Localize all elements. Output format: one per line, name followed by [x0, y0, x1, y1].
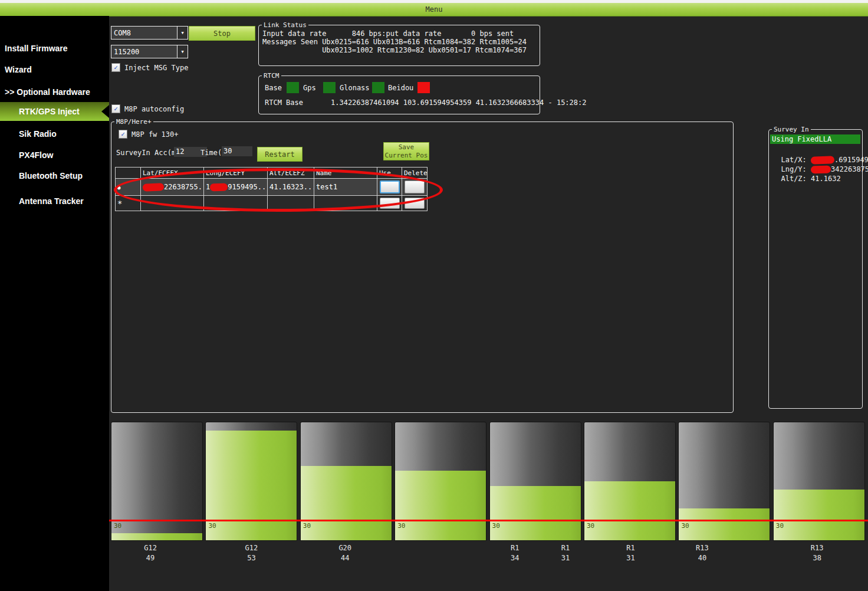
sat-bar: 30 [678, 422, 770, 541]
sat-label: G2044 [338, 543, 351, 563]
grid-cell-lat-text: 22638755... [164, 183, 204, 191]
save-current-pos-button[interactable]: Save Current Pos [383, 142, 429, 160]
sat-bar-fill [111, 533, 202, 540]
sat-id: G12 [245, 543, 258, 553]
sat-label: R1340 [696, 543, 709, 563]
m8p-autoconfig-checkbox[interactable]: ✓ M8P autoconfig [111, 104, 184, 113]
restart-button[interactable]: Restart [257, 147, 303, 162]
use-button[interactable] [380, 198, 400, 209]
sat-bar-threshold-label: 30 [587, 522, 594, 530]
rtcm-base-status-swatch [287, 82, 299, 93]
check-glyph: ✓ [114, 64, 118, 71]
sat-label: G1253 [245, 543, 258, 563]
m8p-fw-checkbox[interactable]: ✓ M8P fw 130+ [119, 130, 178, 139]
delete-button[interactable] [405, 198, 425, 209]
sidebar-item-install-firmware[interactable]: Install Firmware [0, 42, 109, 55]
baud-rate-value: 115200 [111, 48, 177, 56]
checkbox-check-icon: ✓ [111, 63, 120, 72]
sat-bar-threshold-label: 30 [208, 522, 216, 530]
grid-cell-empty[interactable] [314, 196, 377, 211]
sidebar-item-optional-hardware[interactable]: >> Optional Hardware [0, 86, 109, 98]
menu-bar-title: Menu [426, 5, 443, 14]
inject-msg-type-checkbox[interactable]: ✓ Inject MSG Type [111, 63, 188, 72]
grid-row-saved-position[interactable]: ● 22638755... 19159495... 41.16323... te… [116, 179, 428, 196]
sat-snr: 53 [245, 553, 258, 563]
grid-cell-empty[interactable] [268, 196, 314, 211]
com-port-select[interactable]: COM8 ▼ [111, 26, 188, 40]
menu-bar[interactable]: Menu [0, 3, 868, 17]
sidebar-item-label: Install Firmware [5, 44, 68, 53]
link-status-lines: Input data rate 846 bps:put data rate 0 … [259, 29, 540, 54]
com-port-value: COM8 [111, 29, 177, 37]
sidebar-item-rtk-gps-inject[interactable]: RTK/GPS Inject [0, 102, 109, 121]
rtcm-title: RTCM [262, 72, 281, 80]
sidebar-item-antenna-tracker[interactable]: Antenna Tracker [0, 195, 109, 208]
grid-col-header: Use [377, 168, 402, 179]
surveyin-time-input[interactable]: 30 [222, 146, 252, 156]
sidebar-item-sik-radio[interactable]: Sik Radio [0, 127, 109, 140]
survey-in-title: Survey In [772, 126, 811, 133]
sidebar-item-wizard[interactable]: Wizard [0, 63, 109, 76]
use-button[interactable] [380, 180, 400, 193]
grid-cell-alt[interactable]: 41.16323... [268, 179, 314, 196]
sidebar-item-bluetooth-setup[interactable]: Bluetooth Setup [0, 169, 109, 182]
grid-cell-empty[interactable] [141, 196, 204, 211]
m8p-autoconfig-label: M8P autoconfig [124, 105, 184, 113]
grid-col-header: Lat/ECEFX [141, 168, 204, 179]
save-current-pos-line1: Save [384, 143, 429, 152]
rtcm-group: RTCM BaseGpsGlonassBeidou RTCM Base 1.34… [258, 72, 540, 114]
sat-bar-threshold-label: 30 [681, 522, 689, 530]
sat-bar-fill [395, 471, 486, 540]
survey-in-alt-label: Alt/Z: [781, 175, 811, 183]
rtcm-indicator-label: Base [265, 84, 282, 92]
dropdown-arrow-icon[interactable]: ▼ [177, 45, 188, 58]
sat-id: R1 [561, 543, 570, 553]
grid-header-row: Lat/ECEFXLong/ECEFYAlt/ECEFZNameUseDelet… [116, 168, 428, 179]
rtcm-indicator-label: Gps [303, 84, 316, 92]
sat-snr: 38 [811, 553, 824, 563]
sat-snr: 49 [144, 553, 157, 563]
sidebar-item-px4flow[interactable]: PX4Flow [0, 149, 109, 162]
sat-bar-fill [490, 486, 581, 540]
rtcm-gps-status-swatch [323, 82, 336, 93]
sat-id: R13 [696, 543, 709, 553]
check-glyph: ✓ [114, 106, 118, 112]
sat-bar: 30 [489, 422, 581, 541]
survey-in-alt-line: Alt/Z: 41.1632 [772, 166, 841, 183]
sat-bar-threshold-label: 30 [397, 522, 405, 530]
current-row-marker-icon: ● [117, 185, 120, 191]
link-status-line: Ubx0213=1002 Rtcm1230=82 Ubx0501=17 Rtcm… [262, 46, 540, 54]
sat-snr: 40 [696, 553, 709, 563]
grid-col-header: Name [314, 168, 377, 179]
sat-label: R1338 [811, 543, 824, 563]
grid-cell-long[interactable]: 19159495... [204, 179, 268, 196]
grid-row-new[interactable]: * [116, 196, 428, 211]
sidebar-item-label: >> Optional Hardware [5, 87, 90, 97]
survey-in-alt-value: 41.1632 [811, 175, 841, 183]
sat-label: R131 [561, 543, 570, 563]
rtcm-indicator-label: Beidou [388, 84, 413, 92]
sat-label: R134 [511, 543, 519, 563]
sat-bar-fill [774, 490, 864, 540]
link-status-group: Link Status Input data rate 846 bps:put … [258, 21, 540, 66]
grid-cell-empty[interactable] [204, 196, 268, 211]
grid-cell-name[interactable]: test1 [314, 179, 377, 196]
baud-rate-select[interactable]: 115200 ▼ [111, 45, 188, 58]
delete-button[interactable] [405, 180, 425, 193]
grid-cell-lat[interactable]: 22638755... [141, 179, 204, 196]
redaction-blob [143, 183, 164, 191]
sat-bar: 30 [394, 422, 486, 541]
sat-label: G1249 [144, 543, 157, 563]
sat-bar-threshold-label: 30 [776, 522, 784, 530]
dropdown-arrow-icon[interactable]: ▼ [177, 27, 188, 39]
save-current-pos-line2: Current Pos [384, 152, 429, 160]
sat-id: R13 [811, 543, 824, 553]
sat-snr: 34 [511, 553, 519, 563]
survey-in-status: Using FixedLLA [770, 134, 860, 144]
sat-snr: 44 [338, 553, 351, 563]
snr-threshold-line [109, 520, 868, 521]
sat-label: R131 [626, 543, 634, 563]
stop-button[interactable]: Stop [189, 26, 255, 41]
saved-positions-grid: Lat/ECEFXLong/ECEFYAlt/ECEFZNameUseDelet… [115, 167, 428, 211]
rtcm-indicator-row: BaseGpsGlonassBeidou [259, 82, 540, 95]
